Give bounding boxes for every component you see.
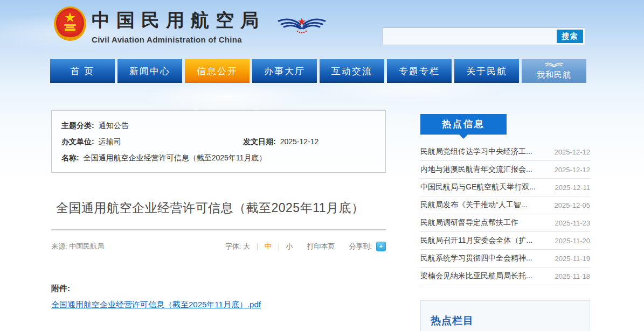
search-button[interactable]: 搜索 <box>557 30 583 43</box>
news-item-date: 2025-11-23 <box>555 219 590 227</box>
doc-topic-label: 主题分类: <box>61 117 94 133</box>
news-item[interactable]: 中国民航局与GE航空航天举行双...2025-12-11 <box>420 179 590 196</box>
hot-columns-box: 热点栏目 <box>420 300 590 331</box>
separator: ｜ <box>275 242 282 251</box>
site-title: 中国民用航空局 Civil Aviation Administration of… <box>92 8 265 44</box>
article-main: 主题分类: 通知公告 办文单位: 运输司 发文日期: 2025-12-12 名称… <box>51 110 386 310</box>
share-label: 分享到: <box>349 242 372 251</box>
search-box: 搜索 <box>383 27 585 45</box>
search-input[interactable] <box>383 28 585 45</box>
font-size-large[interactable]: 大 <box>243 242 250 251</box>
news-item-date: 2025-12-12 <box>555 166 591 174</box>
separator: ｜ <box>254 242 261 251</box>
document-info-box: 主题分类: 通知公告 办文单位: 运输司 发文日期: 2025-12-12 名称… <box>51 110 386 173</box>
news-item-date: 2025-11-20 <box>555 237 590 245</box>
news-item-title[interactable]: 梁楠会见纳米比亚民航局局长托... <box>420 271 532 281</box>
news-item[interactable]: 民航局调研督导定点帮扶工作2025-11-23 <box>420 214 590 232</box>
print-page-button[interactable]: 打印本页 <box>307 242 335 251</box>
caac-wing-logo-icon <box>277 16 327 34</box>
doc-date-pair: 发文日期: 2025-12-12 <box>243 133 318 150</box>
news-item-title[interactable]: 中国民航局与GE航空航天举行双... <box>420 182 536 192</box>
attachment-section: 附件: 全国通用航空企业经营许可信息（截至2025年11月底）.pdf <box>51 284 386 310</box>
article-tools: 字体: 大 ｜ 中 ｜ 小 打印本页 分享到: + <box>225 242 386 251</box>
font-size-label: 字体: <box>225 242 241 251</box>
news-item-title[interactable]: 民航局调研督导定点帮扶工作 <box>420 218 518 228</box>
doc-name-label: 名称: <box>61 150 79 166</box>
nav-item-info-disclosure[interactable]: 信息公开 <box>185 59 250 83</box>
article-meta-row: 来源: 中国民航局 字体: 大 ｜ 中 ｜ 小 打印本页 分享到: + <box>51 242 386 251</box>
news-item[interactable]: 民航局发布《关于推动“人工智...2025-12-05 <box>420 196 590 214</box>
nav-item-service-hall[interactable]: 办事大厅 <box>252 59 317 83</box>
news-item[interactable]: 民航系统学习贯彻四中全会精神...2025-11-19 <box>420 250 590 267</box>
main-nav: 首 页 新闻中心 信息公开 办事大厅 互动交流 专题专栏 关于民航 我和民航 <box>50 59 586 83</box>
font-size-medium[interactable]: 中 <box>265 242 272 251</box>
news-item-date: 2025-12-05 <box>555 201 591 209</box>
title-divider <box>51 229 386 230</box>
nav-item-news-center[interactable]: 新闻中心 <box>117 59 182 83</box>
news-item-title[interactable]: 内地与港澳民航青年交流汇报会... <box>420 165 532 174</box>
news-item-date: 2025-11-19 <box>555 255 590 263</box>
doc-name-row: 名称: 全国通用航空企业经营许可信息（截至2025年11月底） <box>61 150 376 166</box>
doc-date-label: 发文日期: <box>243 133 276 150</box>
news-item[interactable]: 梁楠会见纳米比亚民航局局长托...2025-11-18 <box>420 267 590 285</box>
news-item-title[interactable]: 民航局召开11月安委会全体（扩... <box>420 236 532 245</box>
news-item[interactable]: 民航局党组传达学习中央经济工...2025-12-12 <box>420 143 590 161</box>
nav-item-home[interactable]: 首 页 <box>50 59 115 83</box>
news-item[interactable]: 民航局召开11月安委会全体（扩...2025-11-20 <box>420 232 590 250</box>
font-size-small[interactable]: 小 <box>286 242 293 251</box>
news-item-title[interactable]: 民航系统学习贯彻四中全会精神... <box>420 253 532 263</box>
news-item[interactable]: 内地与港澳民航青年交流汇报会...2025-12-12 <box>420 161 590 179</box>
source-value: 中国民航局 <box>69 242 104 250</box>
nav-item-special-topics[interactable]: 专题专栏 <box>387 59 452 83</box>
doc-office-pair: 办文单位: 运输司 <box>61 133 243 150</box>
doc-office-date-row: 办文单位: 运输司 发文日期: 2025-12-12 <box>61 133 376 150</box>
source-label: 来源: <box>51 242 67 250</box>
hot-info-tab[interactable]: 热点信息 <box>420 114 507 135</box>
hot-info-tab-pointer <box>459 135 468 139</box>
news-item-title[interactable]: 民航局发布《关于推动“人工智... <box>420 200 527 210</box>
doc-topic-value: 通知公告 <box>99 117 129 133</box>
hot-columns-title: 热点栏目 <box>431 314 590 328</box>
site-header: 中国民用航空局 Civil Aviation Administration of… <box>0 0 644 57</box>
nav-item-label: 我和民航 <box>537 70 571 80</box>
nav-item-interaction[interactable]: 互动交流 <box>320 59 384 83</box>
news-item-date: 2025-11-18 <box>555 272 590 280</box>
share-plus-button[interactable]: + <box>376 242 386 251</box>
nav-item-about-caac[interactable]: 关于民航 <box>454 59 519 83</box>
doc-date-value: 2025-12-12 <box>280 133 319 150</box>
doc-name-value: 全国通用航空企业经营许可信息（截至2025年11月底） <box>84 150 267 166</box>
doc-office-label: 办文单位: <box>61 133 94 150</box>
news-item-date: 2025-12-11 <box>555 184 590 192</box>
news-list: 民航局党组传达学习中央经济工...2025-12-12内地与港澳民航青年交流汇报… <box>420 143 590 285</box>
doc-office-value: 运输司 <box>99 133 121 150</box>
nav-item-me-and-caac[interactable]: 我和民航 <box>522 59 586 83</box>
news-item-date: 2025-12-12 <box>555 148 591 156</box>
doc-topic-row: 主题分类: 通知公告 <box>61 117 376 133</box>
news-item-title[interactable]: 民航局党组传达学习中央经济工... <box>420 147 532 157</box>
attachment-label: 附件: <box>51 284 386 294</box>
attachment-pdf-link[interactable]: 全国通用航空企业经营许可信息（截至2025年11月底）.pdf <box>51 300 261 310</box>
site-name-en: Civil Aviation Administration of China <box>92 35 265 44</box>
national-emblem-icon <box>53 6 87 41</box>
sidebar: 热点信息 民航局党组传达学习中央经济工...2025-12-12内地与港澳民航青… <box>420 114 590 331</box>
site-name-cn: 中国民用航空局 <box>92 8 265 33</box>
mini-wing-icon <box>542 62 566 69</box>
article-source: 来源: 中国民航局 <box>51 242 104 251</box>
page-title: 全国通用航空企业经营许可信息（截至2025年11月底） <box>51 200 386 216</box>
